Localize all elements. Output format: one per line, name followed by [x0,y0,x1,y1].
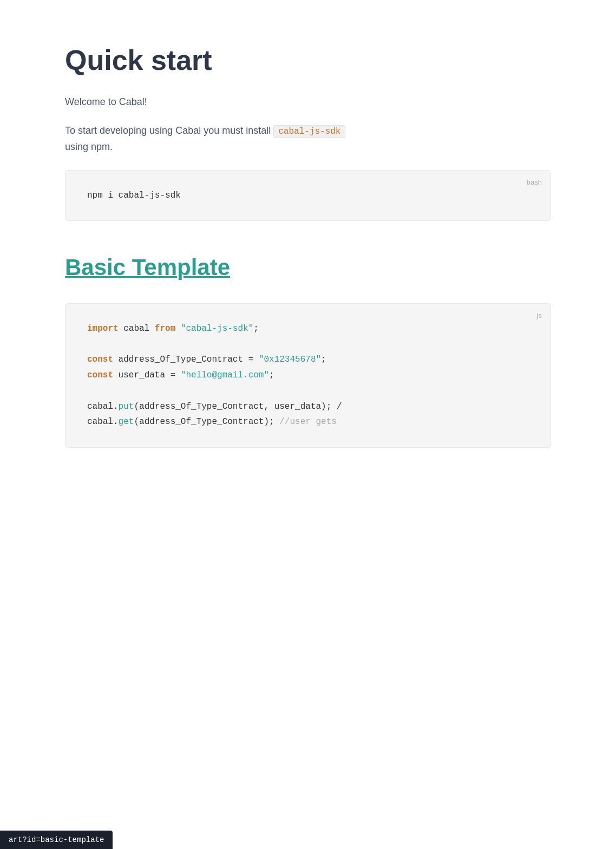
bash-label: bash [527,177,542,188]
page-title: Quick start [65,43,551,77]
install-before: To start developing using Cabal you must… [65,125,271,136]
inline-code: cabal-js-sdk [273,125,345,138]
code-line: import cabal from "cabal-js-sdk"; [87,321,529,337]
intro-text: Welcome to Cabal! [65,94,551,110]
js-label: js [537,310,542,322]
bash-code: npm i cabal-js-sdk [87,188,529,204]
code-line: const address_Of_Type_Contract = "0x1234… [87,352,529,368]
code-line [87,383,529,399]
js-code-block: js import cabal from "cabal-js-sdk"; con… [65,303,551,448]
code-line: const user_data = "hello@gmail.com"; [87,368,529,383]
bash-code-block: bash npm i cabal-js-sdk [65,170,551,221]
install-after: using npm. [65,141,113,152]
code-line: cabal.put(address_Of_Type_Contract, user… [87,399,529,415]
js-code: import cabal from "cabal-js-sdk"; const … [87,321,529,430]
code-line: cabal.get(address_Of_Type_Contract); //u… [87,414,529,430]
install-text: To start developing using Cabal you must… [65,123,551,154]
section-heading-basic-template[interactable]: Basic Template [65,249,551,285]
code-line [87,336,529,352]
